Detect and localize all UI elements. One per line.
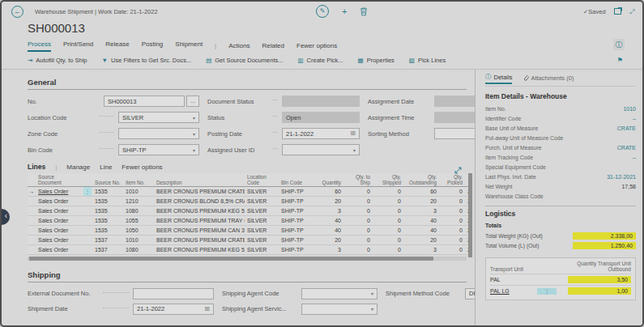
cell-location-code[interactable]: SILVER [245, 206, 279, 216]
cell-qty-picked[interactable]: 0 [439, 197, 465, 206]
shipment-method-select[interactable]: DELIVERY▾ [465, 288, 475, 299]
shipping-section-title[interactable]: Shipping [28, 267, 467, 282]
col-item-no[interactable]: Item No. [123, 173, 154, 187]
cell-source-no[interactable]: 1535 [92, 226, 123, 236]
external-doc-no-input[interactable] [133, 288, 214, 299]
cell-quantity[interactable]: 40 [313, 226, 343, 236]
general-section-title[interactable]: General [28, 74, 467, 90]
expand-lines-icon[interactable] [454, 163, 462, 177]
info-icon[interactable]: ⓘ [613, 39, 625, 50]
assist-edit-button[interactable]: ... [186, 96, 199, 107]
cell-bin-code[interactable]: SHIP-TP [279, 226, 313, 236]
zone-code-select[interactable]: ▾ [118, 128, 199, 139]
detail-value[interactable]: 31-12-2021 [607, 174, 636, 180]
cell-qty-shipped[interactable]: 0 [373, 206, 403, 216]
col-location-code[interactable]: Location Code [245, 173, 279, 187]
row-menu-cell[interactable] [81, 236, 92, 245]
cell-source-no[interactable]: 1537 [92, 245, 123, 255]
toolbar-button[interactable]: ▥ Create Pick... [297, 57, 343, 64]
cell-source-document[interactable]: Sales Order [36, 216, 81, 226]
cell-bin-code[interactable]: SHIP-TP [279, 206, 313, 216]
lines-tab[interactable]: Fewer options [122, 164, 162, 171]
tab-details[interactable]: ⓘ Details [485, 73, 512, 84]
popout-icon[interactable] [614, 8, 621, 15]
row-menu-cell[interactable] [81, 197, 92, 206]
cell-source-no[interactable]: 1537 [92, 236, 123, 245]
cell-quantity[interactable]: 20 [313, 197, 343, 206]
menu-item[interactable]: Print/Send [63, 40, 93, 52]
cell-location-code[interactable]: SILVER [245, 236, 279, 245]
menu-item[interactable]: Related [262, 42, 284, 52]
toolbar-button[interactable]: ▼ Use Filters to Get Src. Docs... [102, 57, 192, 64]
cell-qty-to-ship[interactable]: 0 [343, 197, 373, 206]
table-row[interactable]: Sales Order 1535 1210 BEER CRONUS BLOND … [28, 197, 471, 206]
shipping-agent-service-select[interactable]: ▾ [301, 304, 377, 315]
col-qty-outstanding[interactable]: Qty. Outstanding [403, 173, 439, 187]
cell-qty-picked[interactable]: 0 [439, 187, 465, 197]
cell-source-document[interactable]: Sales Order [36, 197, 81, 206]
col-description[interactable]: Description [154, 173, 245, 187]
cell-source-no[interactable]: 1535 [92, 206, 123, 216]
assigned-user-select[interactable]: ▾ [282, 144, 360, 155]
cell-qty-outstanding[interactable]: 3 [403, 245, 439, 255]
detail-value[interactable]: 17,58 [621, 184, 636, 189]
cell-location-code[interactable]: SILVER [245, 226, 279, 236]
detail-value[interactable]: 1010 [623, 106, 636, 112]
cell-bin-code[interactable]: SHIP-TP [279, 236, 313, 245]
transport-unit-cell[interactable]: PAL LG [490, 288, 537, 294]
no-input[interactable]: SH000013 [104, 96, 185, 107]
posting-date-input[interactable]: 21-1-2022⊞ [282, 128, 360, 139]
cell-qty-shipped[interactable]: 0 [373, 187, 403, 197]
cell-bin-code[interactable]: SHIP-TP [279, 216, 313, 226]
vertical-scrollbar[interactable] [468, 173, 472, 257]
cell-item-no[interactable]: 1080 [123, 245, 154, 255]
tab-attachments[interactable]: Attachments (0) [525, 73, 574, 84]
table-row[interactable]: Sales Order 1535 1080 BEER CRONUS PREMIU… [28, 206, 471, 216]
row-menu-icon[interactable]: ⋮ [83, 187, 92, 196]
lines-tab[interactable]: Line [100, 164, 112, 171]
row-menu-cell[interactable] [81, 216, 92, 226]
col-qty-to-ship[interactable]: Qty. to Ship [343, 173, 373, 187]
cell-source-document[interactable]: Sales Order [36, 245, 81, 255]
cell-qty-outstanding[interactable]: 60 [403, 187, 439, 197]
cell-description[interactable]: BEER CRONUS PREMIUM CRATE 24X33CL [154, 236, 245, 245]
cell-location-code[interactable]: SILVER [245, 197, 279, 206]
bookmark-icon[interactable]: ⚑ [617, 57, 623, 64]
transport-qty-cell[interactable]: 1,00 [568, 287, 631, 295]
cell-qty-picked[interactable]: 0 [439, 216, 465, 226]
cell-quantity[interactable]: 40 [313, 216, 343, 226]
cell-description[interactable]: BEER CRONUS PREMIUM CRATE 24X33CL [154, 187, 245, 197]
toolbar-button[interactable]: ▤ Get Source Documents... [206, 57, 283, 64]
detail-value[interactable]: – [633, 155, 636, 160]
cell-source-document[interactable]: Sales Order [36, 226, 81, 236]
cell-quantity[interactable]: 3 [313, 206, 343, 216]
cell-description[interactable]: BEER CRONUS PREMIUM CAN 33CL [154, 226, 245, 236]
shipping-agent-select[interactable]: ▾ [301, 288, 377, 299]
col-bin-code[interactable]: Bin Code [279, 173, 313, 187]
location-code-select[interactable]: SILVER▾ [118, 112, 199, 123]
cell-qty-picked[interactable]: 0 [439, 245, 465, 255]
cell-item-no[interactable]: 1050 [123, 226, 154, 236]
toolbar-button[interactable]: ▦ Properties [358, 57, 395, 64]
table-row[interactable]: Sales Order 1535 1055 BEER CRONUS PREMIU… [28, 216, 471, 226]
cell-item-no[interactable]: 1210 [123, 197, 154, 206]
cell-description[interactable]: BEER CRONUS PREMIUM KEG 50L [154, 206, 245, 216]
sorting-method-select[interactable]: ▾ [434, 128, 475, 139]
cell-bin-code[interactable]: SHIP-TP [279, 187, 313, 197]
transport-qty-cell[interactable]: 3,50 [568, 276, 631, 283]
cell-quantity[interactable]: 60 [313, 187, 343, 197]
delete-icon[interactable] [360, 7, 368, 16]
menu-item[interactable]: Process [28, 40, 51, 52]
lines-tab[interactable]: Manage [66, 164, 90, 171]
horizontal-scrollbar[interactable] [28, 257, 467, 261]
cell-qty-to-ship[interactable]: 0 [343, 236, 373, 245]
cell-location-code[interactable]: SILVER [245, 245, 279, 255]
cell-item-no[interactable]: 1010 [123, 187, 154, 197]
cell-source-document[interactable]: Sales Order [36, 206, 81, 216]
cell-qty-to-ship[interactable]: 0 [343, 206, 373, 216]
menu-item[interactable]: Fewer options [296, 42, 337, 52]
focus-mode-icon[interactable]: ⤡ [628, 9, 636, 14]
cell-quantity[interactable]: 3 [313, 245, 343, 255]
cell-qty-picked[interactable]: 0 [439, 206, 465, 216]
table-row[interactable]: Sales Order 1537 1080 BEER CRONUS PREMIU… [28, 245, 471, 255]
